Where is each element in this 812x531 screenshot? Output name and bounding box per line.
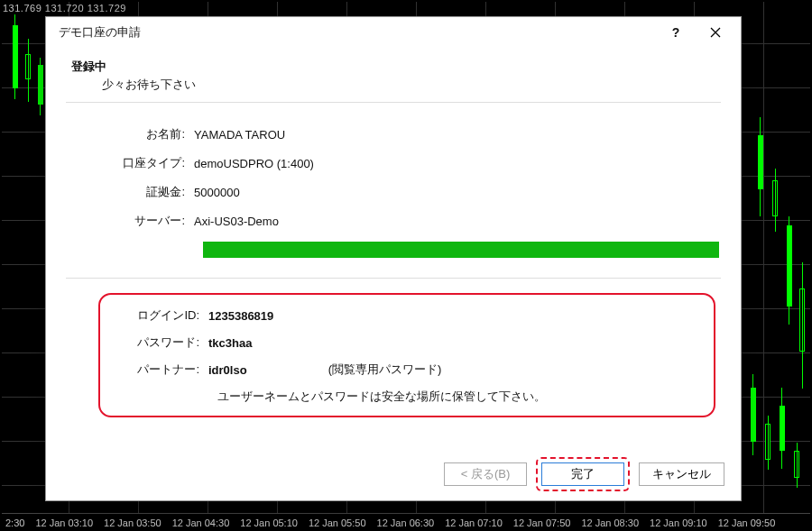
divider	[66, 102, 721, 103]
login-label: ログインID:	[115, 307, 208, 324]
type-value: demoUSDPRO (1:400)	[194, 157, 314, 170]
candlestick	[787, 225, 792, 307]
row-margin: 証拠金: 5000000	[66, 184, 721, 200]
dialog-title: デモ口座の申請	[59, 24, 141, 41]
ohlc-readout: 131.769 131.720 131.729	[3, 3, 126, 14]
candlestick	[794, 451, 799, 478]
time-label: 12 Jan 03:10	[30, 517, 98, 528]
close-button[interactable]	[696, 19, 735, 46]
row-name: お名前: YAMADA TAROU	[66, 126, 721, 142]
name-label: お名前:	[66, 126, 194, 142]
row-server: サーバー: Axi-US03-Demo	[66, 213, 721, 229]
status-subtext: 少々お待ち下さい	[102, 77, 721, 93]
candlestick	[799, 288, 805, 352]
candlestick	[765, 424, 770, 460]
margin-label: 証拠金:	[66, 184, 194, 200]
close-icon	[710, 27, 721, 38]
candlestick	[780, 406, 785, 451]
candlestick	[38, 65, 43, 105]
back-button[interactable]: < 戻る(B)	[444, 462, 527, 486]
finish-highlight: 完了	[536, 457, 630, 491]
time-label: 12 Jan 05:50	[303, 517, 372, 528]
time-label: 12 Jan 09:50	[713, 517, 781, 528]
time-label: 12 Jan 07:50	[508, 517, 577, 528]
candlestick	[13, 25, 18, 88]
server-label: サーバー:	[66, 213, 194, 229]
credentials-highlight: ログインID: 1235386819 パスワード: tkc3haa パートナー:…	[98, 293, 715, 417]
password-label: パスワード:	[115, 334, 208, 351]
cancel-button[interactable]: キャンセル	[639, 462, 724, 486]
name-value: YAMADA TAROU	[194, 128, 285, 142]
divider	[66, 278, 721, 279]
time-label: 2:30	[0, 517, 30, 528]
server-value: Axi-US03-Demo	[194, 215, 279, 228]
progress-wrap	[203, 242, 721, 258]
readonly-password-note: (閲覧専用パスワード)	[328, 362, 442, 378]
help-button[interactable]: ?	[656, 19, 696, 46]
time-label: 12 Jan 05:10	[235, 517, 303, 528]
row-password: パスワード: tkc3haa	[115, 334, 699, 351]
time-label: 12 Jan 09:10	[644, 517, 713, 528]
time-label: 12 Jan 07:10	[439, 517, 508, 528]
dialog-body: 登録中 少々お待ち下さい お名前: YAMADA TAROU 口座タイプ: de…	[46, 48, 741, 455]
margin-value: 5000000	[194, 186, 240, 199]
dialog-button-bar: < 戻る(B) 完了 キャンセル	[46, 455, 741, 500]
time-label: 12 Jan 06:30	[372, 517, 440, 528]
finish-button[interactable]: 完了	[541, 462, 624, 486]
dialog-titlebar: デモ口座の申請 ?	[46, 17, 741, 48]
candlestick	[25, 54, 31, 79]
row-account-type: 口座タイプ: demoUSDPRO (1:400)	[66, 155, 721, 171]
candlestick	[758, 135, 763, 189]
partner-value: idr0lso	[208, 363, 247, 377]
time-label: 12 Jan 03:50	[98, 517, 167, 528]
row-login: ログインID: 1235386819	[115, 307, 699, 324]
progress-bar	[203, 242, 719, 258]
login-value: 1235386819	[208, 309, 273, 323]
candlestick	[772, 180, 778, 216]
time-label: 12 Jan 08:30	[576, 517, 644, 528]
row-partner: パートナー: idr0lso (閲覧専用パスワード)	[115, 362, 699, 378]
credentials-warning: ユーザーネームとパスワードは安全な場所に保管して下さい。	[217, 389, 699, 405]
password-value: tkc3haa	[208, 336, 252, 350]
type-label: 口座タイプ:	[66, 155, 194, 171]
status-heading: 登録中	[71, 59, 721, 75]
demo-account-dialog: デモ口座の申請 ? 登録中 少々お待ち下さい お名前: YAMADA TAROU…	[45, 16, 742, 501]
partner-label: パートナー:	[115, 362, 208, 378]
candlestick	[751, 388, 756, 442]
time-label: 12 Jan 04:30	[167, 517, 235, 528]
time-axis: 2:30 12 Jan 03:10 12 Jan 03:50 12 Jan 04…	[0, 513, 812, 531]
